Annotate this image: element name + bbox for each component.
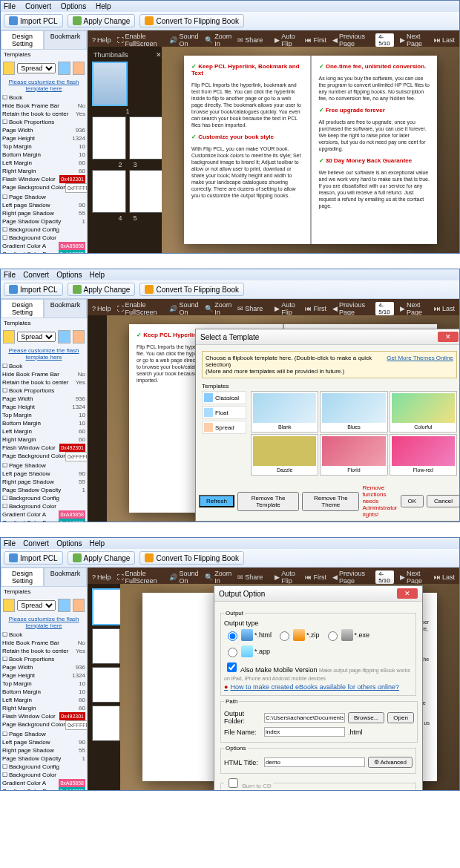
sound-button[interactable]: 🔊 Sound On bbox=[169, 33, 199, 47]
burn-checkbox[interactable]: Burn to CD bbox=[226, 783, 272, 789]
cancel-button[interactable]: Cancel bbox=[427, 495, 459, 507]
tpl-float[interactable]: Float bbox=[202, 406, 246, 419]
title-input[interactable] bbox=[264, 757, 365, 767]
output-fieldset: Output Output type *.html *.zip *.exe *.… bbox=[220, 610, 416, 696]
app-window-2: FileConvertOptionsHelp Import PCL Apply … bbox=[0, 269, 460, 522]
first-button[interactable]: ⏮ First bbox=[305, 36, 326, 44]
output-folder-input[interactable] bbox=[264, 713, 345, 723]
options-fieldset: Options HTML Title:⚙ Advanced bbox=[220, 745, 416, 774]
prev-button[interactable]: ◀ Previous Page bbox=[332, 33, 369, 47]
thumb-4[interactable] bbox=[92, 170, 126, 213]
howto-link[interactable]: How to make created eBooks available for… bbox=[224, 682, 413, 692]
fullscreen-button[interactable]: ⛶ Enable FullScreen bbox=[117, 33, 164, 47]
exe-icon bbox=[341, 629, 353, 641]
remove-template-button[interactable]: Remove The Template bbox=[237, 492, 299, 511]
import-pcl-button[interactable]: Import PCL bbox=[4, 14, 63, 27]
thumb-5[interactable] bbox=[129, 170, 163, 213]
close-thumbnails[interactable]: ✕ bbox=[156, 51, 162, 59]
group-bgconfig[interactable]: Background Config bbox=[2, 226, 85, 234]
next-button[interactable]: ▶ Next Page bbox=[400, 33, 428, 47]
template-grid: Blank Blues Colorful Dazzle Florid Flow-… bbox=[251, 391, 457, 476]
ok-button[interactable]: OK bbox=[401, 495, 424, 507]
template-type-list: Classical Float Spread bbox=[202, 391, 246, 476]
menu-convert[interactable]: Convert bbox=[25, 2, 51, 10]
import-pcl-button[interactable]: Import PCL bbox=[4, 283, 63, 296]
burn-fieldset: Burn to CD CD Writer: Disc title: Make i… bbox=[220, 776, 416, 790]
advanced-button[interactable]: ⚙ Advanced bbox=[368, 757, 413, 768]
thumb-3[interactable] bbox=[129, 116, 163, 160]
select-template-dialog: Select a Template✕ Get More Themes Onlin… bbox=[195, 329, 459, 522]
flipbook[interactable]: Keep PCL Hyperlink, Bookmark and TextFli… bbox=[184, 56, 437, 244]
convert-button[interactable]: Convert To Flipping Book bbox=[139, 283, 244, 296]
dialog-title: Output Option bbox=[219, 590, 265, 598]
template-save-icon[interactable] bbox=[73, 62, 85, 75]
left-page: Keep PCL Hyperlink, Bookmark and TextFli… bbox=[184, 56, 310, 244]
thumbnail-strip: Thumbnails✕ 1 2 3 4 5 bbox=[88, 47, 168, 253]
apply-change-button[interactable]: Apply Change bbox=[68, 551, 136, 565]
theme-blank[interactable]: Blank bbox=[251, 391, 318, 433]
menu-options[interactable]: Options bbox=[61, 2, 86, 10]
theme-flowred[interactable]: Flow-red bbox=[390, 434, 457, 476]
type-zip[interactable]: *.zip bbox=[276, 629, 320, 641]
app-window-3: FileConvertOptionsHelp Import PCL Apply … bbox=[0, 537, 460, 791]
type-app[interactable]: *.app bbox=[224, 645, 270, 657]
page-indicator[interactable]: 4-5/10 bbox=[375, 33, 394, 47]
theme-dazzle[interactable]: Dazzle bbox=[251, 434, 318, 476]
thumb-2[interactable] bbox=[92, 116, 126, 160]
group-proportions[interactable]: Book Proportions bbox=[2, 118, 85, 126]
share-button[interactable]: ✉ Share bbox=[237, 36, 263, 44]
zip-icon bbox=[293, 629, 305, 641]
dialog-title: Select a Template bbox=[200, 333, 259, 341]
import-icon bbox=[9, 16, 18, 25]
template-browse-icon[interactable] bbox=[58, 62, 70, 75]
remove-theme-button[interactable]: Remove The Theme bbox=[302, 492, 359, 511]
theme-florid[interactable]: Florid bbox=[320, 434, 387, 476]
left-panel: Design Setting Bookmark Templates Spread… bbox=[1, 30, 88, 253]
zoom-button[interactable]: 🔍 Zoom In bbox=[205, 33, 231, 47]
refresh-button[interactable]: Refresh bbox=[199, 495, 234, 507]
templates-label: Templates bbox=[1, 50, 87, 59]
theme-blues[interactable]: Blues bbox=[320, 391, 387, 433]
open-button[interactable]: Open bbox=[387, 712, 414, 723]
filename-input[interactable] bbox=[264, 727, 345, 737]
close-icon[interactable]: ✕ bbox=[397, 588, 418, 599]
type-html[interactable]: *.html bbox=[224, 629, 272, 641]
convert-button[interactable]: Convert To Flipping Book bbox=[139, 551, 244, 565]
close-icon[interactable]: ✕ bbox=[438, 332, 459, 342]
customize-link[interactable]: Please customize the flash template here bbox=[1, 77, 87, 93]
also-mobile-checkbox[interactable]: Also Make Mobile Version bbox=[224, 666, 318, 674]
menu-help[interactable]: Help bbox=[96, 2, 111, 10]
last-button[interactable]: ⏭ Last bbox=[434, 36, 455, 44]
app-icon bbox=[241, 645, 253, 657]
apply-change-button[interactable]: Apply Change bbox=[68, 283, 136, 296]
tab-design[interactable]: Design Setting bbox=[1, 30, 44, 50]
template-hint: Get More Themes Online Choose a flipbook… bbox=[202, 351, 457, 378]
panel-tabs: Design Setting Bookmark bbox=[1, 30, 87, 50]
tpl-classical[interactable]: Classical bbox=[202, 391, 246, 404]
theme-colorful[interactable]: Colorful bbox=[390, 391, 457, 433]
thumb-1[interactable] bbox=[92, 62, 128, 106]
menubar: File Convert Options Help bbox=[1, 1, 459, 12]
convert-icon bbox=[145, 16, 154, 25]
apply-change-button[interactable]: Apply Change bbox=[68, 14, 136, 27]
convert-button[interactable]: Convert To Flipping Book bbox=[139, 14, 244, 27]
tab-bookmark[interactable]: Bookmark bbox=[44, 30, 87, 50]
html-icon bbox=[241, 629, 253, 641]
group-shadow[interactable]: Page Shadow bbox=[2, 193, 85, 201]
settings-tree: Book Hide Book Frame BarNo Retain the bo… bbox=[1, 93, 87, 253]
import-pcl-button[interactable]: Import PCL bbox=[4, 551, 63, 565]
more-themes-link[interactable]: Get More Themes Online bbox=[387, 355, 453, 361]
autoflip-button[interactable]: ▶ Auto Flip bbox=[275, 33, 299, 47]
template-icon bbox=[3, 62, 15, 75]
tpl-spread[interactable]: Spread bbox=[202, 421, 246, 434]
group-book[interactable]: Book bbox=[2, 93, 85, 102]
group-bgcolor[interactable]: Background Color bbox=[2, 234, 85, 242]
template-select[interactable]: Spread bbox=[17, 63, 56, 73]
type-exe[interactable]: *.exe bbox=[324, 629, 370, 641]
menu-file[interactable]: File bbox=[4, 2, 16, 10]
thumbnails-label: Thumbnails bbox=[93, 51, 128, 59]
browse-button[interactable]: Browse... bbox=[348, 712, 384, 723]
app-window-1: File Convert Options Help Import PCL App… bbox=[0, 0, 460, 254]
output-type-group: *.html *.zip *.exe *.app bbox=[224, 629, 413, 657]
help-button[interactable]: ? Help bbox=[92, 36, 111, 44]
